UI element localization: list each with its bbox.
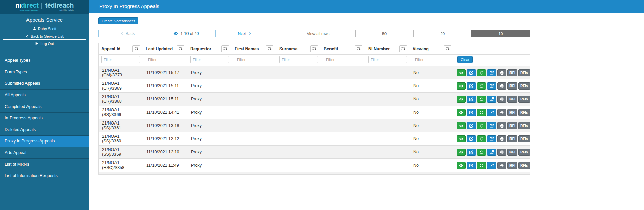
filter-input-last-updated[interactable]	[146, 56, 184, 63]
undo-button[interactable]	[477, 96, 486, 103]
filter-input-benefit[interactable]	[324, 56, 362, 63]
edit-button[interactable]	[467, 69, 476, 76]
undo-button[interactable]	[477, 162, 486, 169]
print-button[interactable]	[497, 149, 506, 156]
rfi-button[interactable]: RFI	[507, 149, 517, 156]
rfis-button[interactable]: RFIs	[518, 162, 530, 169]
export-button[interactable]	[487, 135, 496, 142]
rfi-button[interactable]: RFI	[507, 69, 517, 76]
edit-button[interactable]	[467, 149, 476, 156]
sidebar-item-all-appeals[interactable]: All Appeals	[0, 90, 89, 101]
view-button[interactable]	[457, 96, 466, 103]
pagination-back-button[interactable]: Back	[98, 30, 157, 37]
rfi-button[interactable]: RFI	[507, 162, 517, 169]
print-button[interactable]	[497, 109, 506, 116]
undo-button[interactable]	[477, 122, 486, 129]
print-button[interactable]	[497, 96, 506, 103]
rfi-button[interactable]: RFI	[507, 96, 517, 103]
page-size-view-all-rows[interactable]: View all rows	[281, 30, 356, 37]
sidebar-item-deleted-appeals[interactable]: Deleted Appeals	[0, 124, 89, 136]
undo-button[interactable]	[477, 82, 486, 90]
edit-button[interactable]	[467, 109, 476, 116]
undo-button[interactable]	[477, 149, 486, 156]
view-button[interactable]	[457, 82, 466, 90]
undo-button[interactable]	[477, 135, 486, 142]
print-button[interactable]	[497, 162, 506, 169]
sort-button-first-names[interactable]	[266, 45, 273, 52]
sort-button-surname[interactable]	[310, 45, 318, 52]
print-button[interactable]	[497, 69, 506, 76]
edit-button[interactable]	[467, 135, 476, 142]
rfis-button[interactable]: RFIs	[518, 149, 530, 156]
back-to-service-list-button[interactable]: Back to Service List	[3, 33, 86, 40]
sidebar-item-proxy-in-progress-appeals[interactable]: Proxy In Progress Appeals	[0, 136, 89, 147]
print-button[interactable]	[497, 122, 506, 129]
edit-button[interactable]	[467, 82, 476, 90]
export-button[interactable]	[487, 96, 496, 103]
export-button[interactable]	[487, 82, 496, 90]
sort-button-viewing[interactable]	[444, 45, 451, 52]
undo-button[interactable]	[477, 69, 486, 76]
rfis-button[interactable]: RFIs	[518, 109, 530, 116]
sort-button-ni-number[interactable]	[399, 45, 407, 52]
export-button[interactable]	[487, 122, 496, 129]
edit-button[interactable]	[467, 96, 476, 103]
sidebar-item-list-of-mrns[interactable]: List of MRNs	[0, 159, 89, 170]
filter-input-first-names[interactable]	[235, 56, 273, 63]
user-button[interactable]: Ruby Scott	[3, 25, 86, 32]
pagination-next-button[interactable]: Next	[215, 30, 274, 37]
logout-button[interactable]: Log Out	[3, 40, 86, 47]
page-size-50[interactable]: 50	[355, 30, 414, 37]
filter-input-surname[interactable]	[279, 56, 318, 63]
sidebar-item-list-of-information-requests[interactable]: List of Information Requests	[0, 170, 89, 182]
export-button[interactable]	[487, 69, 496, 76]
print-button[interactable]	[497, 82, 506, 90]
rfis-button[interactable]: RFIs	[518, 96, 530, 103]
undo-button[interactable]	[477, 109, 486, 116]
view-button[interactable]	[457, 149, 466, 156]
sidebar-item-completed-appeals[interactable]: Completed Appeals	[0, 101, 89, 113]
view-button[interactable]	[457, 122, 466, 129]
rfi-button[interactable]: RFI	[507, 122, 517, 129]
export-button[interactable]	[487, 109, 496, 116]
filter-input-requestor[interactable]	[190, 56, 229, 63]
create-spreadsheet-button[interactable]: Create Spreadsheet	[98, 17, 138, 24]
printer-icon	[500, 71, 504, 75]
sort-button-benefit[interactable]	[355, 45, 362, 52]
view-button[interactable]	[457, 69, 466, 76]
view-button[interactable]	[457, 109, 466, 116]
sort-button-last-updated[interactable]	[177, 45, 184, 52]
filter-cell-requestor	[187, 55, 232, 66]
edit-button[interactable]	[467, 122, 476, 129]
pagination-range[interactable]: 1-10 of 40	[157, 30, 215, 37]
clear-filters-button[interactable]: Clear	[457, 56, 473, 63]
row-actions: RFIRFIs	[454, 79, 530, 93]
export-button[interactable]	[487, 149, 496, 156]
rfis-button[interactable]: RFIs	[518, 122, 530, 129]
filter-input-viewing[interactable]	[413, 56, 451, 63]
rfis-button[interactable]: RFIs	[518, 135, 530, 142]
print-button[interactable]	[497, 135, 506, 142]
view-button[interactable]	[457, 135, 466, 142]
rfis-button[interactable]: RFIs	[518, 69, 530, 76]
sidebar-item-add-appeal[interactable]: Add Appeal	[0, 147, 89, 159]
rfis-button[interactable]: RFIs	[518, 82, 530, 90]
export-button[interactable]	[487, 162, 496, 169]
page-size-10[interactable]: 10	[471, 30, 530, 37]
rfi-button[interactable]: RFI	[507, 135, 517, 142]
sort-button-appeal-id[interactable]	[132, 45, 140, 52]
rfi-button[interactable]: RFI	[507, 82, 517, 90]
edit-button[interactable]	[467, 162, 476, 169]
page-title: Proxy In Progress Appeals	[99, 3, 159, 9]
filter-input-appeal-id[interactable]	[101, 56, 140, 63]
sidebar-item-in-progress-appeals[interactable]: In Progress Appeals	[0, 113, 89, 124]
view-button[interactable]	[457, 162, 466, 169]
sidebar-item-form-types[interactable]: Form Types	[0, 66, 89, 78]
column-header-requestor: Requestor	[187, 43, 232, 55]
sidebar-item-submitted-appeals[interactable]: Submitted Appeals	[0, 78, 89, 90]
page-size-20[interactable]: 20	[413, 30, 472, 37]
sidebar-item-appeal-types[interactable]: Appeal Types	[0, 55, 89, 66]
sort-button-requestor[interactable]	[221, 45, 229, 52]
rfi-button[interactable]: RFI	[507, 109, 517, 116]
filter-input-ni-number[interactable]	[368, 56, 407, 63]
